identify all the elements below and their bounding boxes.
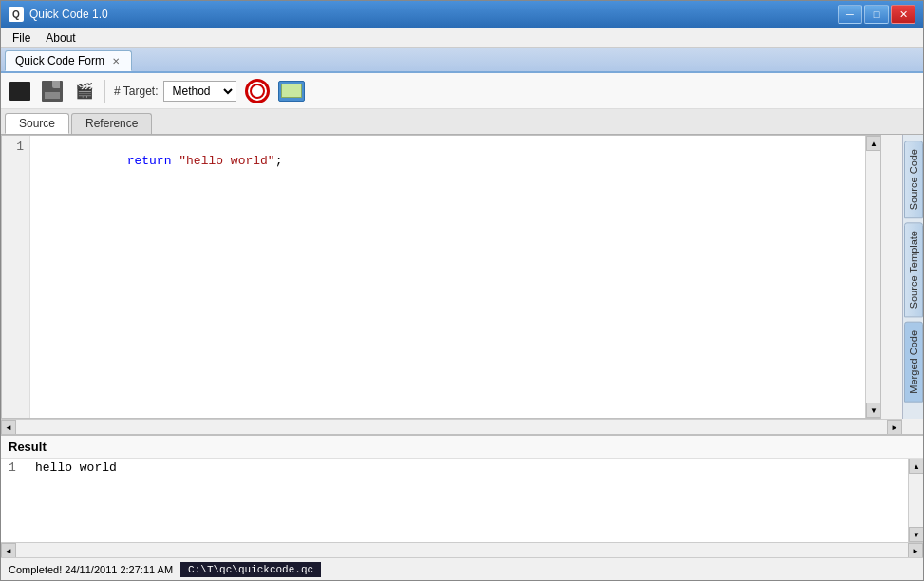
result-scroll-track[interactable] [909,474,923,527]
close-button[interactable]: ✕ [891,5,915,24]
result-text: hello world [35,460,117,540]
doc-tab-quickcodeform[interactable]: Quick Code Form ✕ [5,50,132,71]
result-area: Result 1 hello world ▲ ▼ ◄ ► [1,434,923,557]
result-scroll-down[interactable]: ▼ [909,527,923,542]
result-line-number: 1 [9,460,28,540]
result-content: 1 hello world [1,459,908,542]
vertical-tab-panel: Source Code Source Template Merged Code [902,135,923,419]
target-section: # Target: Method Class Function Property [114,81,236,102]
line-numbers: 1 [2,136,30,418]
menu-bar: File About [1,28,923,48]
code-line-1: return "hello world"; [127,154,283,168]
vtab-source-code[interactable]: Source Code [904,141,923,218]
vtab-source-template[interactable]: Source Template [904,222,923,317]
lifebuoy-icon [245,79,270,103]
code-content[interactable]: return "hello world"; [30,136,865,418]
doc-tab-bar: Quick Code Form ✕ [1,48,923,73]
monitor-screen [281,84,302,98]
app-icon: Q [9,7,24,22]
menu-about[interactable]: About [38,28,83,47]
scroll-left-button[interactable]: ◄ [1,420,16,435]
help-button[interactable] [242,77,273,105]
line-number-1: 1 [8,140,24,154]
toolbar-separator [104,80,105,103]
minimize-button[interactable]: ─ [838,5,862,24]
target-label: # Target: [114,84,158,98]
doc-tab-label: Quick Code Form [15,54,104,67]
content-wrapper: 1 return "hello world"; ▲ ▼ Source Code [1,135,923,557]
result-hscroll-track[interactable] [16,543,908,557]
save-icon [42,81,63,102]
result-scroll-left[interactable]: ◄ [1,543,16,557]
code-editor[interactable]: return "hello world"; [30,136,865,418]
title-bar-left: Q Quick Code 1.0 [9,7,108,22]
open-file-icon [9,82,30,101]
tab-source[interactable]: Source [5,113,69,134]
vtab-merged-code[interactable]: Merged Code [904,322,923,403]
target-select[interactable]: Method Class Function Property [163,81,236,102]
status-bar: Completed! 24/11/2011 2:27:11 AM C:\T\qc… [1,557,923,580]
scroll-track[interactable] [866,151,880,403]
film-icon: 🎬 [75,82,94,100]
result-horizontal-scrollbar[interactable]: ◄ ► [1,542,923,557]
toolbar: 🎬 # Target: Method Class Function Proper… [1,73,923,109]
title-bar: Q Quick Code 1.0 ─ □ ✕ [1,1,923,28]
scroll-right-button[interactable]: ► [887,420,902,435]
status-file-path: C:\T\qc\quickcode.qc [180,562,321,577]
film-button[interactable]: 🎬 [69,77,100,105]
result-header: Result [1,436,923,459]
h-scroll-track[interactable] [16,420,887,434]
scroll-up-button[interactable]: ▲ [866,136,881,151]
run-button[interactable] [276,77,307,105]
editor-wrapper: 1 return "hello world"; ▲ ▼ [1,135,881,419]
result-scroll-up[interactable]: ▲ [909,459,923,474]
editor-vertical-scrollbar[interactable]: ▲ ▼ [865,136,880,418]
open-file-button[interactable] [5,77,35,105]
result-vertical-scrollbar[interactable]: ▲ ▼ [908,459,923,542]
app-window: Q Quick Code 1.0 ─ □ ✕ File About Quick … [0,0,924,581]
title-bar-controls: ─ □ ✕ [838,5,915,24]
status-text: Completed! 24/11/2011 2:27:11 AM [5,564,177,575]
scroll-down-button[interactable]: ▼ [866,403,881,418]
content-tabs: Source Reference [1,109,923,135]
maximize-button[interactable]: □ [864,5,889,24]
menu-file[interactable]: File [5,28,38,47]
editor-horizontal-scrollbar[interactable]: ◄ ► [1,419,902,434]
monitor-icon [278,81,305,102]
doc-tab-close-icon[interactable]: ✕ [110,56,122,66]
tab-reference[interactable]: Reference [71,113,152,134]
result-scroll-right-btn[interactable]: ► [908,543,923,557]
app-title: Quick Code 1.0 [29,8,108,21]
save-button[interactable] [37,77,67,105]
